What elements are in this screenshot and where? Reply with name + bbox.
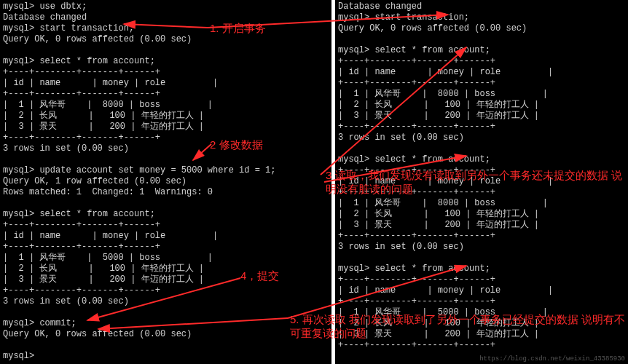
term-line: +----+--------+-------+------+ [3,67,160,77]
term-line: mysql> use dbtx; [3,1,87,12]
term-line: +----+--------+-------+------+ [3,132,160,143]
term-line: mysql> select * from account; [3,209,155,219]
term-line: | 2 | 长风 | 100 | 年轻的打工人 | [3,111,204,121]
term-line: +----+--------+-------+------+ [3,242,160,252]
term-line: Query OK, 0 rows affected (0.00 sec) [3,34,192,44]
term-line: +----+--------+-------+------+ [338,122,495,132]
term-line: | id | name | money | role | [338,285,553,296]
term-line: 3 rows in set (0.00 sec) [338,242,464,252]
term-line: +----+--------+-------+------+ [338,274,495,285]
term-line: +----+--------+-------+------+ [338,165,495,175]
term-line: +----+--------+-------+------+ [3,89,160,99]
term-line: | 1 | 风华哥 | 5000 | boss | [3,253,213,263]
term-line: mysql> select * from account; [3,56,155,66]
term-line: mysql> select * from account; [338,264,490,274]
term-line: mysql> start transaction; [338,12,469,23]
term-line: Database changed [338,1,422,12]
term-line: Rows matched: 1 Changed: 1 Warnings: 0 [3,187,213,197]
term-line: | 3 | 景天 | 200 | 年迈的打工人 | [338,111,539,121]
term-line: +----+--------+-------+------+ [338,231,495,241]
term-line: +----+--------+-------+------+ [338,340,495,350]
term-line: Query OK, 0 rows affected (0.00 sec) [338,23,527,33]
term-line: | 1 | 风华哥 | 8000 | boss | [3,100,213,110]
term-line: | 3 | 景天 | 200 | 年迈的打工人 | [338,329,539,339]
term-line: Query OK, 0 rows affected (0.00 sec) [3,329,192,339]
term-line: | 3 | 景天 | 200 | 年迈的打工人 | [3,274,204,285]
term-line: | 3 | 景天 | 200 | 年迈的打工人 | [3,122,204,132]
term-line: | 1 | 风华哥 | 8000 | boss | [338,198,548,208]
term-line: mysql> [3,351,34,361]
term-line: | 2 | 长风 | 100 | 年轻的打工人 | [3,264,204,274]
term-line: mysql> commit; [3,318,76,328]
right-terminal[interactable]: Database changed mysql> start transactio… [335,0,628,364]
term-line: | 2 | 长风 | 100 | 年轻的打工人 | [338,318,539,328]
term-line: +----+--------+-------+------+ [3,285,160,296]
term-line: Query OK, 1 row affected (0.00 sec) [3,176,187,186]
term-line: +----+--------+-------+------+ [338,56,495,66]
term-line: | 2 | 长风 | 100 | 年轻的打工人 | [338,100,539,110]
term-line: | 3 | 景天 | 200 | 年迈的打工人 | [338,220,539,230]
term-line: | 1 | 风华哥 | 8000 | boss | [338,89,548,99]
term-line: mysql> select * from account; [338,154,490,165]
term-line: +----+--------+-------+------+ [338,296,495,306]
term-line: mysql> start transaction; [3,23,134,33]
term-line: +----+--------+-------+------+ [338,78,495,88]
term-line: Database changed [3,12,87,23]
term-line: | 2 | 长风 | 100 | 年轻的打工人 | [338,209,539,219]
term-line: mysql> update account set money = 5000 w… [3,165,275,175]
term-line: | id | name | money | role | [3,78,218,88]
term-line: 3 rows in set (0.00 sec) [338,132,464,143]
term-line: | 1 | 风华哥 | 5000 | boss | [338,307,548,317]
term-line: +----+--------+-------+------+ [338,187,495,197]
watermark: https://blog.csdn.net/weixin_43385930 [479,355,625,363]
term-line: | id | name | money | role | [338,176,553,186]
term-line: +----+--------+-------+------+ [3,220,160,230]
term-line: 3 rows in set (0.00 sec) [3,143,129,154]
term-line: | id | name | money | role | [338,67,553,77]
left-terminal[interactable]: mysql> use dbtx; Database changed mysql>… [0,0,331,364]
term-line: | id | name | money | role | [3,231,218,241]
term-line: mysql> select * from account; [338,45,490,55]
term-line: 3 rows in set (0.00 sec) [3,296,129,306]
